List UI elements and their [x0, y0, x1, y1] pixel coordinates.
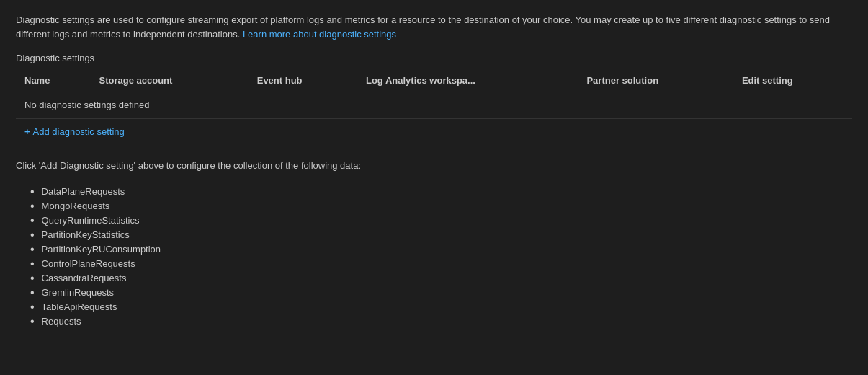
col-partner-solution: Partner solution	[578, 69, 733, 92]
diagnostic-settings-table: Name Storage account Event hub Log Analy…	[16, 69, 852, 118]
list-item: DataPlaneRequests	[16, 185, 852, 199]
list-item: CassandraRequests	[16, 271, 852, 286]
list-item: GremlinRequests	[16, 286, 852, 300]
table-header-row: Name Storage account Event hub Log Analy…	[16, 69, 852, 92]
intro-description: Diagnostic settings are used to configur…	[16, 13, 851, 41]
empty-message: No diagnostic settings defined	[16, 92, 852, 118]
list-item: PartitionKeyRUConsumption	[16, 242, 852, 257]
list-item: PartitionKeyStatistics	[16, 228, 852, 242]
col-edit-setting: Edit setting	[733, 69, 852, 92]
col-log-analytics: Log Analytics workspa...	[357, 69, 578, 92]
col-event-hub: Event hub	[249, 69, 357, 92]
list-item: TableApiRequests	[16, 300, 852, 314]
learn-more-link[interactable]: Learn more about diagnostic settings	[243, 29, 396, 40]
intro-text-part1: Diagnostic settings are used to configur…	[16, 14, 830, 40]
configure-description: Click 'Add Diagnostic setting' above to …	[16, 159, 852, 173]
col-storage-account: Storage account	[91, 69, 249, 92]
list-item: Requests	[16, 314, 852, 329]
table-divider	[16, 118, 852, 119]
col-name: Name	[16, 69, 91, 92]
list-item: QueryRuntimeStatistics	[16, 213, 852, 228]
add-setting-label: Add diagnostic setting	[33, 126, 125, 137]
section-title: Diagnostic settings	[16, 53, 852, 63]
add-diagnostic-setting-link[interactable]: + Add diagnostic setting	[16, 119, 133, 144]
plus-icon: +	[24, 126, 30, 137]
list-item: ControlPlaneRequests	[16, 257, 852, 271]
table-row-empty: No diagnostic settings defined	[16, 92, 852, 118]
data-items-list: DataPlaneRequests MongoRequests QueryRun…	[16, 185, 852, 329]
list-item: MongoRequests	[16, 199, 852, 213]
